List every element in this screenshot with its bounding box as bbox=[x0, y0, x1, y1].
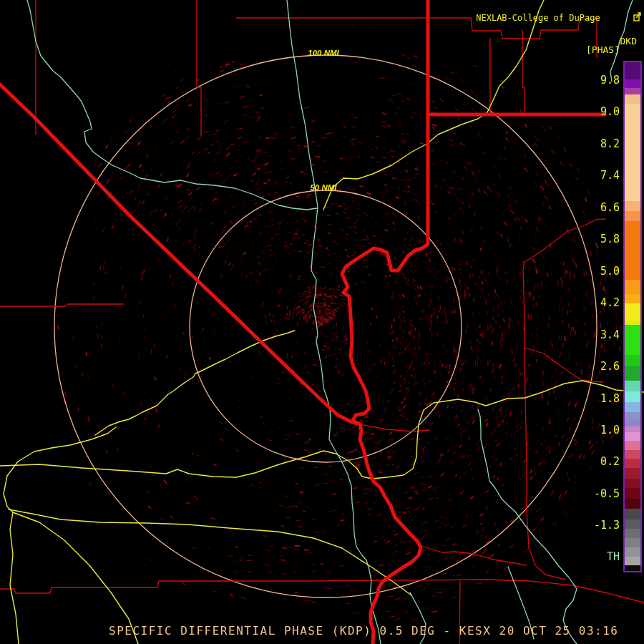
color-scale-tick-label: 9.0 bbox=[577, 105, 620, 118]
color-scale-segment bbox=[625, 426, 640, 432]
color-scale-tick-label: 1.8 bbox=[577, 392, 620, 405]
color-scale-segment bbox=[625, 88, 640, 94]
river-line bbox=[27, 0, 317, 210]
color-scale-segment bbox=[625, 468, 640, 479]
color-scale-segment bbox=[625, 529, 640, 538]
site-title: NEXLAB-College of DuPage bbox=[476, 3, 641, 34]
radar-display: 100 NMI 50 NMI NEXLAB-College of DuPage … bbox=[0, 0, 644, 644]
color-scale-segment bbox=[625, 509, 640, 519]
highway-line bbox=[9, 509, 411, 595]
color-scale-segment bbox=[625, 94, 640, 104]
color-scale-segment bbox=[625, 450, 640, 459]
county-boundary-line bbox=[197, 0, 201, 136]
color-scale-tick-label: 0.2 bbox=[577, 455, 620, 468]
color-scale-tick-label: 5.8 bbox=[577, 233, 620, 245]
site-title-text: NEXLAB-College of DuPage bbox=[476, 14, 600, 23]
color-scale-segment bbox=[625, 221, 640, 280]
color-scale-tick-label: 6.6 bbox=[577, 201, 620, 214]
color-scale-segment bbox=[625, 441, 640, 450]
color-scale-tick-label: 9.8 bbox=[577, 74, 620, 87]
color-scale-segment bbox=[625, 79, 640, 88]
color-scale-tick-label: 7.4 bbox=[577, 169, 620, 182]
color-scale-tick-label: 1.0 bbox=[577, 424, 620, 436]
interstate-line bbox=[342, 0, 428, 644]
units-label: [PHAS] bbox=[586, 45, 620, 55]
color-scale-tick-label: 3.4 bbox=[577, 328, 620, 341]
color-scale-segment bbox=[625, 547, 640, 557]
cod-logo-icon bbox=[602, 3, 641, 34]
color-scale-segment bbox=[625, 557, 640, 565]
county-boundary-line bbox=[522, 30, 525, 113]
color-scale-segment bbox=[625, 201, 640, 211]
color-scale-segment bbox=[625, 366, 640, 381]
color-scale-segment bbox=[625, 280, 640, 294]
product-id-label: DKD bbox=[620, 36, 637, 47]
color-scale-segment bbox=[625, 381, 640, 391]
color-scale-segment bbox=[625, 538, 640, 547]
color-scale-tick-label: 2.6 bbox=[577, 360, 620, 373]
color-scale-segment bbox=[625, 325, 640, 355]
color-scale-segment bbox=[625, 565, 640, 571]
range-ring-50 bbox=[190, 190, 462, 462]
product-caption: SPECIFIC DIFFERENTIAL PHASE (KDP) 0.5 DE… bbox=[109, 625, 619, 638]
color-scale-segment bbox=[625, 303, 640, 321]
color-scale-segment bbox=[625, 499, 640, 509]
color-scale-segment bbox=[625, 402, 640, 412]
county-boundary-line bbox=[0, 304, 123, 306]
color-scale-segment bbox=[625, 432, 640, 441]
color-scale-segment bbox=[625, 211, 640, 221]
color-scale-segment bbox=[625, 391, 640, 402]
map-overlay-layer bbox=[0, 0, 644, 644]
color-scale-tick-label: 4.2 bbox=[577, 296, 620, 309]
highway-line bbox=[0, 381, 644, 479]
highway-line bbox=[4, 427, 116, 644]
color-scale-segment bbox=[625, 488, 640, 499]
color-scale-bar bbox=[623, 61, 642, 572]
interstate-line bbox=[0, 84, 356, 424]
color-scale-tick-label: 8.2 bbox=[577, 137, 620, 150]
color-scale-tick-label: -1.3 bbox=[577, 519, 620, 532]
color-scale-segment bbox=[625, 355, 640, 366]
color-scale-segment bbox=[625, 419, 640, 426]
color-scale-segment bbox=[625, 412, 640, 419]
county-boundary-line bbox=[0, 580, 644, 602]
color-scale-tick-label: -0.5 bbox=[577, 487, 620, 500]
color-scale-segment bbox=[625, 459, 640, 468]
range-ring-100-label: 100 NMI bbox=[280, 49, 366, 58]
color-scale-segment bbox=[625, 294, 640, 303]
color-scale-segment bbox=[625, 104, 640, 201]
river-line bbox=[287, 0, 381, 644]
color-scale-segment bbox=[625, 479, 640, 488]
color-scale-bottom-label: TH bbox=[577, 551, 620, 563]
county-boundary-line bbox=[421, 546, 527, 565]
color-scale-segment bbox=[625, 519, 640, 529]
range-ring-100 bbox=[54, 55, 597, 597]
color-scale-segment bbox=[625, 62, 640, 79]
range-ring-50-label: 50 NMI bbox=[280, 183, 366, 192]
color-scale-tick-label: 5.0 bbox=[577, 265, 620, 278]
